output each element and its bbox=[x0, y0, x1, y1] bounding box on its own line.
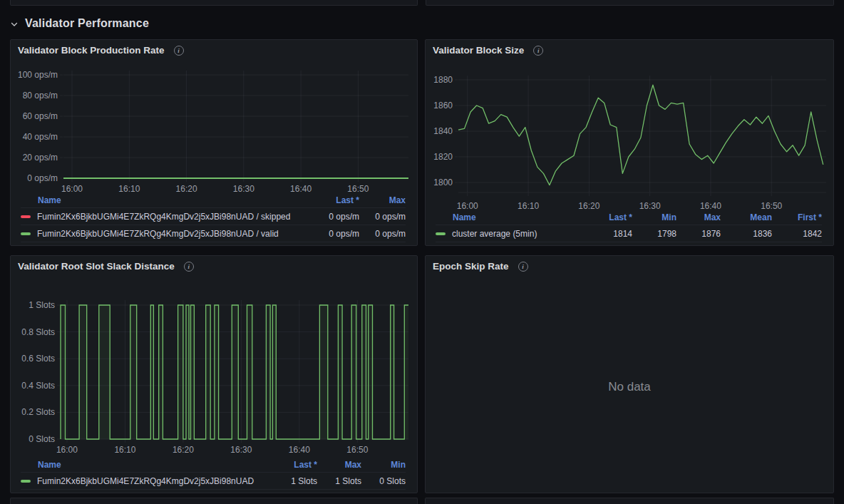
panel-validator-block-size: Validator Block Size i 18001820184018601… bbox=[425, 39, 834, 246]
legend-row: cluster average (5min)181417981876183618… bbox=[436, 225, 822, 242]
x-axis-tick-label: 16:00 bbox=[56, 445, 78, 455]
series-color-marker bbox=[21, 215, 31, 218]
legend-column-header[interactable]: Last * bbox=[587, 212, 632, 222]
chevron-down-icon[interactable] bbox=[10, 20, 19, 29]
legend-name-column-header[interactable]: Name bbox=[436, 212, 587, 222]
legend-column-header[interactable]: Min bbox=[632, 212, 676, 222]
x-axis-tick-label: 16:40 bbox=[290, 184, 312, 194]
legend-value: 1 Slots bbox=[273, 476, 317, 486]
legend-series-name[interactable]: Fumin2Kx6BjkbUGMi4E7ZkRQg4KmgDv2j5xJBi98… bbox=[37, 229, 309, 239]
legend-column-header[interactable]: Last * bbox=[309, 195, 359, 205]
legend-value: 1814 bbox=[587, 229, 632, 239]
x-axis-tick-label: 16:00 bbox=[61, 184, 83, 194]
panel-epoch-skip-rate: Epoch Skip Rate i No data bbox=[425, 255, 834, 493]
legend: NameLast *MinMaxMeanFirst *cluster avera… bbox=[436, 210, 822, 242]
legend-value: 1836 bbox=[721, 229, 772, 239]
y-axis-tick-label: 20 ops/m bbox=[23, 153, 58, 163]
legend-row: Fumin2Kx6BjkbUGMi4E7ZkRQg4KmgDv2j5xJBi98… bbox=[21, 472, 406, 489]
legend-value: 0 ops/m bbox=[309, 229, 359, 239]
legend-column-header[interactable]: Mean bbox=[721, 212, 772, 222]
legend: NameLast *MaxMinFumin2Kx6BjkbUGMi4E7ZkRQ… bbox=[21, 458, 406, 490]
legend-column-header[interactable]: Min bbox=[361, 460, 406, 470]
y-axis-tick-label: 80 ops/m bbox=[23, 91, 58, 101]
legend-series-name[interactable]: Fumin2Kx6BjkbUGMi4E7ZkRQg4KmgDv2j5xJBi98… bbox=[37, 212, 309, 222]
legend-header: NameLast *Max bbox=[21, 193, 406, 207]
time-series-chart[interactable]: 1800182018401860188016:0016:1016:2016:30… bbox=[426, 40, 835, 214]
y-axis-tick-label: 0.8 Slots bbox=[21, 327, 55, 337]
dashboard-canvas: Validator Performance Validator Block Pr… bbox=[0, 0, 844, 504]
partial-panel-top-left bbox=[10, 0, 418, 6]
legend-header: NameLast *MinMaxMeanFirst * bbox=[436, 210, 822, 225]
legend-value: 0 ops/m bbox=[309, 212, 359, 222]
no-data-text: No data bbox=[426, 380, 833, 394]
series-color-marker bbox=[21, 480, 31, 483]
legend-value: 0 ops/m bbox=[359, 212, 406, 222]
partial-panel-bottom-right bbox=[425, 498, 834, 504]
series-color-marker bbox=[21, 232, 31, 235]
panel-header[interactable]: Epoch Skip Rate i bbox=[426, 256, 833, 277]
partial-panel-bottom-left bbox=[10, 498, 418, 504]
series-line bbox=[458, 85, 823, 185]
y-axis-tick-label: 100 ops/m bbox=[18, 70, 58, 80]
x-axis-tick-label: 16:10 bbox=[118, 184, 140, 194]
time-series-chart[interactable]: 0 Slots0.2 Slots0.4 Slots0.6 Slots0.8 Sl… bbox=[11, 256, 418, 461]
y-axis-tick-label: 1860 bbox=[433, 101, 453, 110]
time-series-chart[interactable]: 0 ops/m20 ops/m40 ops/m60 ops/m80 ops/m1… bbox=[11, 40, 418, 197]
legend-column-header[interactable]: First * bbox=[772, 212, 822, 222]
x-axis-tick-label: 16:20 bbox=[173, 445, 194, 455]
legend-value: 0 Slots bbox=[361, 476, 406, 486]
x-axis-tick-label: 16:30 bbox=[639, 201, 661, 211]
panel-title[interactable]: Epoch Skip Rate bbox=[433, 256, 509, 277]
x-axis-tick-label: 16:50 bbox=[761, 201, 782, 211]
x-axis-tick-label: 16:40 bbox=[289, 445, 310, 455]
y-axis-tick-label: 1 Slots bbox=[29, 300, 55, 310]
legend-row: Fumin2Kx6BjkbUGMi4E7ZkRQg4KmgDv2j5xJBi98… bbox=[21, 225, 406, 242]
legend-name-column-header[interactable]: Name bbox=[21, 460, 273, 470]
y-axis-tick-label: 0.4 Slots bbox=[21, 381, 55, 391]
legend-value: 1842 bbox=[772, 229, 822, 239]
legend-value: 0 ops/m bbox=[359, 229, 406, 239]
y-axis-tick-label: 1840 bbox=[433, 126, 453, 136]
panel-validator-block-production-rate: Validator Block Production Rate i 0 ops/… bbox=[10, 39, 418, 246]
section-title: Validator Performance bbox=[25, 17, 149, 30]
y-axis-tick-label: 0 Slots bbox=[29, 434, 55, 444]
y-axis-tick-label: 1800 bbox=[433, 178, 453, 187]
y-axis-tick-label: 1880 bbox=[433, 75, 453, 85]
x-axis-tick-label: 16:30 bbox=[230, 445, 252, 455]
legend-column-header[interactable]: Last * bbox=[273, 460, 317, 470]
legend-column-header[interactable]: Max bbox=[359, 195, 406, 205]
y-axis-tick-label: 0.6 Slots bbox=[21, 354, 55, 364]
legend-value: 1798 bbox=[632, 229, 676, 239]
x-axis-tick-label: 16:20 bbox=[176, 184, 197, 194]
section-header-validator-performance[interactable]: Validator Performance bbox=[10, 16, 149, 31]
legend-series-name[interactable]: cluster average (5min) bbox=[452, 229, 587, 239]
legend-series-name[interactable]: Fumin2Kx6BjkbUGMi4E7ZkRQg4KmgDv2j5xJBi98… bbox=[37, 476, 273, 486]
series-color-marker bbox=[436, 232, 446, 235]
x-axis-tick-label: 16:10 bbox=[114, 445, 135, 455]
legend-name-column-header[interactable]: Name bbox=[21, 195, 309, 205]
legend-value: 1 Slots bbox=[317, 476, 361, 486]
legend-column-header[interactable]: Max bbox=[317, 460, 361, 470]
legend-header: NameLast *MaxMin bbox=[21, 458, 406, 472]
partial-panel-top-right bbox=[426, 0, 834, 6]
legend-value: 1876 bbox=[676, 229, 721, 239]
legend-column-header[interactable]: Max bbox=[676, 212, 721, 222]
y-axis-tick-label: 1820 bbox=[433, 152, 453, 162]
x-axis-tick-label: 16:10 bbox=[518, 201, 539, 211]
y-axis-tick-label: 0 ops/m bbox=[27, 173, 58, 183]
x-axis-tick-label: 16:50 bbox=[346, 445, 368, 455]
y-axis-tick-label: 0.2 Slots bbox=[21, 407, 55, 417]
y-axis-tick-label: 40 ops/m bbox=[23, 132, 58, 142]
legend-row: Fumin2Kx6BjkbUGMi4E7ZkRQg4KmgDv2j5xJBi98… bbox=[21, 207, 406, 225]
y-axis-tick-label: 60 ops/m bbox=[23, 111, 58, 121]
x-axis-tick-label: 16:40 bbox=[700, 201, 721, 211]
x-axis-tick-label: 16:30 bbox=[233, 184, 254, 194]
legend: NameLast *MaxFumin2Kx6BjkbUGMi4E7ZkRQg4K… bbox=[21, 193, 406, 242]
x-axis-tick-label: 16:20 bbox=[578, 201, 599, 211]
panel-validator-root-slot-slack-distance: Validator Root Slot Slack Distance i 0 S… bbox=[10, 255, 418, 493]
x-axis-tick-label: 16:00 bbox=[457, 201, 478, 211]
x-axis-tick-label: 16:50 bbox=[347, 184, 369, 194]
info-icon[interactable]: i bbox=[518, 262, 528, 272]
